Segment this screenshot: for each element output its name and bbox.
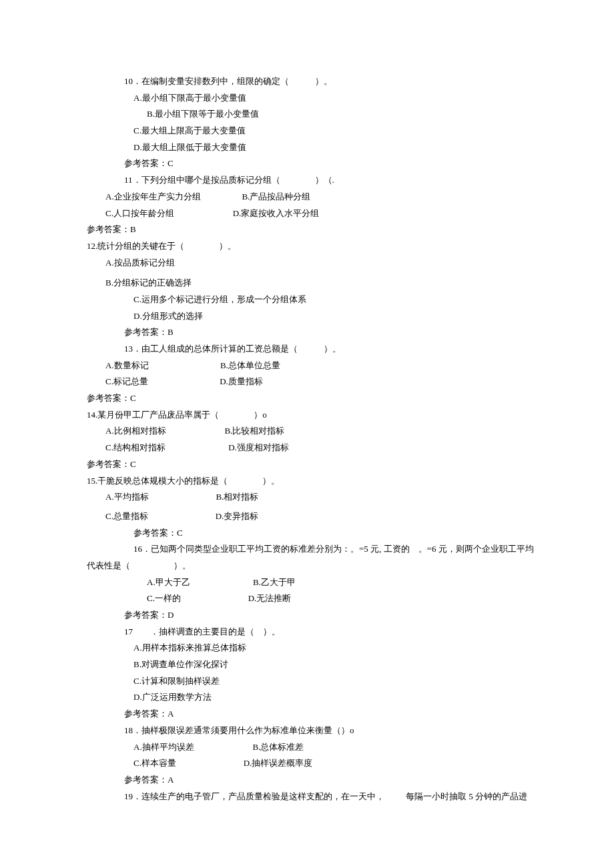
q16-answer: 参考答案：D: [87, 607, 541, 624]
q17-option-c: C.计算和限制抽样误差: [87, 673, 541, 690]
q18-row-cd: C.样本容量 D.抽样误差概率度: [87, 755, 541, 772]
q13-row-cd: C.标记总量 D.质量指标: [87, 374, 541, 390]
q11-num: 11: [124, 175, 133, 185]
q18-option-b: B.总体标准差: [252, 742, 304, 752]
q14-option-c: C.结构相对指标: [105, 442, 166, 452]
q12-option-b: B.分组标记的正确选择: [87, 275, 541, 292]
q14-row-ab: A.比例相对指标 B.比较相对指标: [87, 423, 541, 440]
q14-row-cd: C.结构相对指标 D.强度相对指标: [87, 440, 541, 456]
q17-option-a: A.用样本指标来推算总体指标: [87, 640, 541, 657]
q12-option-d: D.分组形式的选择: [87, 308, 541, 325]
q14-option-d: D.强度相对指标: [228, 442, 289, 452]
q16-row-cd: C.一样的 D.无法推断: [87, 590, 541, 607]
q18-answer: 参考答案：A: [87, 772, 541, 789]
q19-row: 每隔一小时抽取 5 分钟的产品进 19．连续生产的电子管厂，产品质量检验是这样支…: [87, 789, 541, 805]
q15-row-cd: C.总量指标 D.变异指标: [87, 508, 541, 525]
q15-option-c: C.总量指标: [105, 511, 148, 521]
q11-row-ab: A.企业按年生产实力分组 B.产品按品种分组: [87, 189, 541, 205]
q11-row-cd: C.人口按年龄分组 D.家庭按收入水平分组: [87, 205, 541, 222]
q18-num: 18: [124, 725, 133, 735]
q14-option-a: A.比例相对指标: [105, 426, 166, 436]
q18-option-a: A.抽样平均误差: [133, 742, 194, 752]
q12-stem: 12.统计分组的关键在于（ ）。: [87, 238, 541, 255]
q11-option-b: B.产品按品种分组: [242, 191, 310, 201]
q10-option-c: C.最大组上限高于最大变量值: [87, 123, 541, 139]
q18-option-c: C.样本容量: [133, 758, 176, 768]
q14-option-b: B.比较相对指标: [224, 426, 284, 436]
q16-stem-line2: 代表性是（ ）。: [87, 558, 541, 574]
q18-option-d: D.抽样误差概率度: [244, 758, 313, 768]
q15-option-a: A.平均指标: [105, 492, 149, 502]
q19-num: 19: [124, 791, 133, 801]
q12-option-c: C.运用多个标记进行分组，形成一个分组体系: [87, 292, 541, 308]
q10-answer: 参考答案：C: [87, 155, 541, 172]
q11-stem: 11．下列分组中哪个是按品质标记分组（ ）（.: [87, 172, 541, 189]
q11-answer: 参考答案：B: [87, 222, 541, 238]
q16-stem-line1: 16．已知两个同类型企业职工平均工资的标准差分别为：。=5 元, 工资的 。=6…: [87, 541, 541, 558]
q11-option-c: C.人口按年龄分组: [105, 208, 174, 218]
q10-option-a: A.最小组下限高于最小变量值: [87, 90, 541, 107]
q16-option-a: A.甲大于乙: [147, 577, 190, 587]
q11-option-a: A.企业按年生产实力分组: [105, 191, 201, 201]
q17-num: 17: [124, 626, 133, 636]
q16-option-d: D.无法推断: [248, 593, 292, 603]
q14-stem: 14.某月份甲工厂产品废品率属于（ ）o: [87, 407, 541, 424]
q13-option-a: A.数量标记: [105, 360, 149, 370]
q12-answer: 参考答案：B: [87, 324, 541, 341]
q13-option-c: C.标记总量: [105, 376, 148, 386]
q10-num: 10: [124, 76, 133, 86]
q13-answer: 参考答案：C: [87, 390, 541, 407]
q17-option-d: D.广泛运用数学方法: [87, 689, 541, 706]
q16-num: 16: [133, 544, 142, 554]
q15-answer: 参考答案：C: [87, 525, 541, 542]
q13-row-ab: A.数量标记 B.总体单位总量: [87, 358, 541, 374]
document-page: 10．在编制变量安排数列中，组限的确定（ ）。 A.最小组下限高于最小变量值 B…: [0, 0, 614, 831]
q18-stem: 18．抽样极限误差通常须要用什么作为标准单位来衡量（）o: [87, 723, 541, 739]
q17-answer: 参考答案：A: [87, 706, 541, 723]
q15-option-b: B.相对指标: [216, 492, 258, 502]
q19-right-text: 每隔一小时抽取 5 分钟的产品进: [406, 789, 527, 805]
q15-row-ab: A.平均指标 B.相对指标: [87, 489, 541, 506]
q10-option-b: B.最小组下限等于最小变量值: [87, 106, 541, 123]
q18-row-ab: A.抽样平均误差 B.总体标准差: [87, 739, 541, 756]
q10-stem: 10．在编制变量安排数列中，组限的确定（ ）。: [87, 73, 541, 90]
q16-row-ab: A.甲大于乙 B.乙大于甲: [87, 574, 541, 591]
q15-option-d: D.变异指标: [216, 511, 259, 521]
q17-option-b: B.对调查单位作深化探讨: [87, 657, 541, 673]
q13-option-b: B.总体单位总量: [220, 360, 280, 370]
q13-num: 13: [124, 344, 133, 354]
q17-stem: 17 ．抽样调查的主要目的是（ ）。: [87, 624, 541, 640]
q14-answer: 参考答案：C: [87, 456, 541, 473]
q15-stem: 15.干脆反映总体规模大小的指标是（ ）。: [87, 473, 541, 490]
q11-option-d: D.家庭按收入水平分组: [233, 208, 320, 218]
q16-option-b: B.乙大于甲: [253, 577, 296, 587]
q10-option-d: D.最大组上限低于最大变量值: [87, 139, 541, 156]
q13-option-d: D.质量指标: [220, 376, 263, 386]
q16-option-c: C.一样的: [147, 593, 181, 603]
q13-stem: 13．由工人组成的总体所计算的工资总额是（ ）。: [87, 341, 541, 358]
q12-option-a: A.按品质标记分组: [87, 255, 541, 272]
